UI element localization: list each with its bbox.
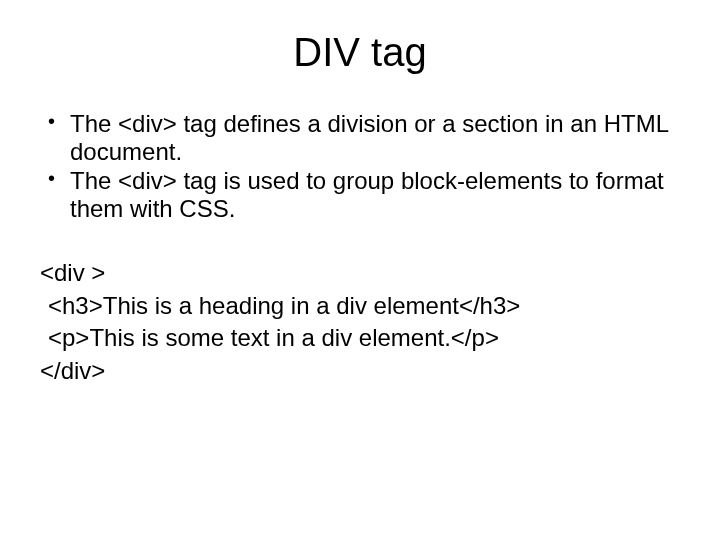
code-line: </div> xyxy=(40,355,680,387)
bullet-item: The <div> tag defines a division or a se… xyxy=(40,110,680,165)
slide-title: DIV tag xyxy=(40,30,680,75)
code-example: <div > <h3>This is a heading in a div el… xyxy=(40,257,680,387)
code-line: <div > xyxy=(40,257,680,289)
bullet-item: The <div> tag is used to group block-ele… xyxy=(40,167,680,222)
bullet-list: The <div> tag defines a division or a se… xyxy=(40,110,680,222)
code-line: <h3>This is a heading in a div element</… xyxy=(40,290,680,322)
code-line: <p>This is some text in a div element.</… xyxy=(40,322,680,354)
